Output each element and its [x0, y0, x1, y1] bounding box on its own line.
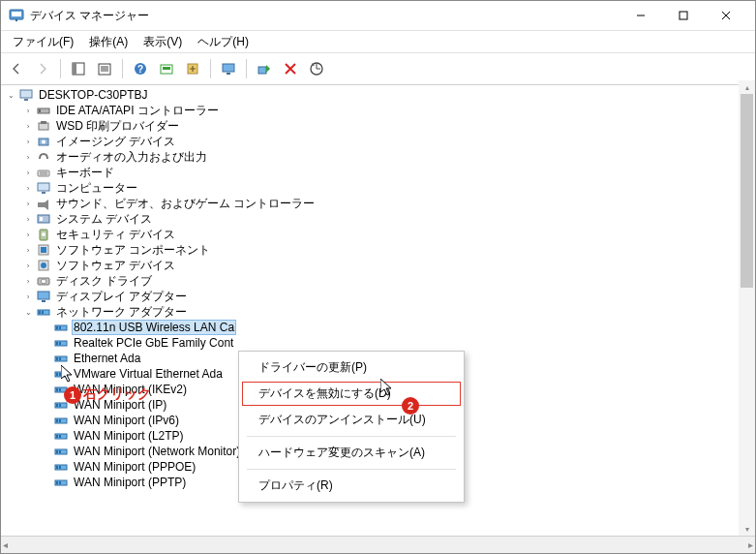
expand-icon[interactable]: ›: [22, 229, 34, 240]
scroll-down-icon[interactable]: ▾: [745, 522, 749, 536]
scroll-right-icon[interactable]: ▸: [748, 539, 753, 550]
svg-rect-61: [56, 373, 58, 376]
device-label: WAN Miniport (PPTP): [73, 476, 187, 489]
maximize-button[interactable]: [662, 1, 705, 30]
expand-icon-none: [40, 430, 51, 442]
svg-rect-41: [41, 247, 46, 253]
toolbar-separator: [246, 59, 247, 78]
svg-rect-33: [38, 183, 49, 191]
category-label: WSD 印刷プロバイダー: [55, 118, 180, 135]
svg-rect-34: [42, 192, 45, 194]
disable-device-button[interactable]: [279, 57, 302, 80]
expand-icon-none: [40, 353, 51, 364]
tree-category-row[interactable]: ›オーディオの入力および出力: [22, 149, 755, 165]
tree-category-row[interactable]: ›サウンド、ビデオ、およびゲーム コントローラー: [22, 196, 755, 211]
update-driver-button[interactable]: [181, 57, 204, 80]
menu-help[interactable]: ヘルプ(H): [190, 32, 257, 52]
svg-rect-58: [56, 357, 58, 360]
category-icon: [36, 118, 51, 134]
context-menu-disable-device[interactable]: デバイスを無効にする(D): [241, 381, 462, 407]
scroll-left-icon[interactable]: ◂: [3, 539, 8, 550]
annotation-1-number: 1: [70, 389, 76, 401]
tree-category-row[interactable]: ›ディスク ドライブ: [22, 273, 755, 289]
context-menu-update-driver[interactable]: ドライバーの更新(P): [241, 354, 462, 381]
expand-icon-none: [40, 384, 51, 395]
expand-icon[interactable]: ›: [22, 151, 34, 163]
vertical-scrollbar[interactable]: ▴ ▾: [739, 80, 755, 536]
scan-hardware-button[interactable]: [155, 57, 178, 80]
category-label: オーディオの入力および出力: [55, 149, 208, 166]
expand-icon[interactable]: ›: [22, 120, 34, 132]
back-button[interactable]: [5, 57, 28, 80]
network-adapter-icon: [53, 335, 69, 351]
expand-icon[interactable]: ›: [22, 213, 34, 225]
tree-category-row[interactable]: ›WSD 印刷プロバイダー: [22, 118, 755, 134]
svg-text:?: ?: [137, 64, 143, 75]
tree-category-row[interactable]: ›キーボード: [22, 165, 755, 180]
svg-rect-67: [56, 404, 58, 407]
device-tree[interactable]: ⌄ DESKTOP-C30PTBJ ›IDE ATA/ATAPI コントローラー…: [1, 85, 755, 536]
svg-rect-46: [38, 292, 49, 299]
scroll-up-icon[interactable]: ▴: [745, 80, 749, 94]
tree-category-row[interactable]: ⌄ネットワーク アダプター: [22, 304, 755, 320]
context-menu-properties[interactable]: プロパティ(R): [241, 473, 462, 499]
tree-category-row[interactable]: ›ソフトウェア デバイス: [22, 258, 755, 273]
svg-rect-64: [56, 388, 58, 391]
monitor-button[interactable]: [217, 57, 240, 80]
collapse-icon[interactable]: ⌄: [5, 89, 16, 101]
svg-rect-25: [39, 109, 41, 112]
expand-icon[interactable]: ›: [22, 182, 34, 194]
category-icon: [36, 273, 51, 289]
svg-rect-35: [38, 202, 45, 207]
horizontal-scrollbar[interactable]: ◂ ▸: [1, 536, 755, 553]
expand-icon[interactable]: ›: [22, 167, 34, 178]
help-button[interactable]: ?: [129, 57, 152, 80]
minimize-button[interactable]: [620, 1, 662, 30]
expand-icon-none: [40, 477, 51, 488]
device-label: WAN Miniport (IPv6): [73, 414, 180, 427]
uninstall-device-button[interactable]: [305, 57, 328, 80]
context-menu-uninstall-device[interactable]: デバイスのアンインストール(U): [241, 407, 462, 433]
titlebar: デバイス マネージャー: [1, 1, 755, 31]
device-label: VMware Virtual Ethernet Ada: [73, 367, 224, 381]
category-icon: [36, 196, 51, 211]
show-hide-console-tree-button[interactable]: [67, 57, 90, 80]
tree-category-row[interactable]: ›ディスプレイ アダプター: [22, 289, 755, 304]
enable-device-button[interactable]: [253, 57, 276, 80]
svg-point-39: [42, 232, 45, 236]
tree-category-row[interactable]: ›セキュリティ デバイス: [22, 227, 755, 242]
forward-button[interactable]: [31, 57, 54, 80]
svg-rect-79: [56, 466, 58, 469]
tree-category-row[interactable]: ›IDE ATA/ATAPI コントローラー: [22, 103, 755, 118]
tree-category-row[interactable]: ›イメージング デバイス: [22, 134, 755, 149]
expand-icon[interactable]: ›: [22, 136, 34, 147]
tree-root-row[interactable]: ⌄ DESKTOP-C30PTBJ: [5, 87, 755, 103]
category-label: IDE ATA/ATAPI コントローラー: [55, 103, 220, 119]
expand-icon[interactable]: ›: [22, 244, 34, 256]
svg-rect-82: [56, 481, 58, 484]
tree-device-row[interactable]: Realtek PCIe GbE Family Cont: [40, 335, 755, 351]
close-button[interactable]: [705, 1, 747, 30]
menu-file[interactable]: ファイル(F): [5, 32, 81, 52]
context-menu-scan-hardware[interactable]: ハードウェア変更のスキャン(A): [241, 440, 462, 466]
properties-button[interactable]: [93, 57, 116, 80]
tree-category-row[interactable]: ›コンピューター: [22, 180, 755, 196]
tree-device-row[interactable]: 802.11n USB Wireless LAN Ca: [40, 320, 755, 335]
annotation-2-number: 2: [408, 400, 413, 412]
expand-icon[interactable]: ⌄: [22, 306, 34, 318]
menu-view[interactable]: 表示(V): [136, 32, 190, 52]
expand-icon[interactable]: ›: [22, 198, 34, 209]
expand-icon[interactable]: ›: [22, 260, 34, 271]
expand-icon[interactable]: ›: [22, 275, 34, 287]
tree-category-row[interactable]: ›ソフトウェア コンポーネント: [22, 242, 755, 258]
category-label: ネットワーク アダプター: [55, 304, 188, 321]
tree-category-row[interactable]: ›システム デバイス: [22, 211, 755, 227]
menu-action[interactable]: 操作(A): [81, 32, 136, 52]
expand-icon[interactable]: ›: [22, 105, 34, 116]
toolbar: ?: [1, 53, 755, 85]
svg-rect-73: [56, 435, 58, 438]
svg-point-29: [42, 140, 45, 144]
expand-icon[interactable]: ›: [22, 291, 34, 302]
svg-rect-18: [223, 64, 234, 72]
scrollbar-thumb[interactable]: [741, 94, 753, 288]
